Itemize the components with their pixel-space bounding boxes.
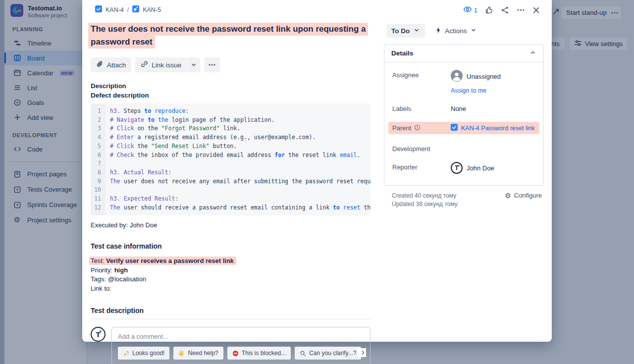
magnifier-icon (300, 350, 306, 357)
link-icon (141, 60, 148, 69)
details-footer: Created 40 секунд тому Updated 38 секунд… (392, 192, 542, 208)
party-icon (123, 350, 129, 357)
assignee-row: Assignee Unassigned Assign to me (392, 70, 535, 94)
toolbar-more-button[interactable] (204, 57, 220, 72)
quick-reply-pill[interactable]: Looks good! (118, 347, 169, 360)
link-issue-split-button: Link issue (135, 57, 200, 72)
code-line: 2# Navigate to the login page of the app… (91, 116, 370, 125)
breadcrumb: KAN-4 / KAN-5 (91, 5, 161, 14)
unassigned-avatar-icon (451, 70, 463, 83)
share-icon[interactable] (501, 6, 509, 14)
labels-value[interactable]: None (451, 104, 466, 112)
quick-reply-pill[interactable]: This is blocked... (227, 347, 291, 360)
issue-modal: KAN-4 / KAN-5 1 The user does not receiv… (82, 0, 552, 342)
comment-box[interactable]: Add a comment... Looks good!Need help?Th… (111, 327, 370, 364)
code-line: 5# Click the "Send Reset Link" button. (91, 142, 370, 151)
chevron-down-icon (413, 27, 420, 35)
code-line: 12The user should receive a password res… (91, 204, 370, 212)
comment-input[interactable]: Add a comment... (118, 333, 364, 340)
blocked-icon (232, 350, 239, 357)
like-button[interactable] (485, 6, 493, 14)
subtask-type-icon (132, 5, 139, 14)
issue-title[interactable]: The user does not receive the password r… (91, 23, 370, 49)
lightning-icon (435, 27, 442, 35)
close-icon[interactable] (532, 6, 540, 14)
reporter-value[interactable]: T John Doe (451, 162, 494, 174)
updated-timestamp: Updated 38 секунд тому (392, 200, 458, 208)
link-to-line: Link to: (91, 284, 370, 294)
details-panel-header[interactable]: Details (384, 45, 543, 62)
code-block: 1h3. Steps to reproduce:2# Navigate to t… (91, 104, 370, 215)
code-line: 6# Check the inbox of the provided email… (91, 151, 370, 160)
issue-toolbar: Attach Link issue (91, 57, 370, 72)
pills-overflow-chevron[interactable] (358, 348, 366, 357)
code-line: 1h3. Steps to reproduce: (91, 107, 370, 116)
priority-line: Priority: high (91, 266, 370, 275)
assign-to-me-link[interactable]: Assign to me (451, 87, 501, 94)
task-check-icon (95, 5, 102, 14)
actions-dropdown[interactable]: Actions (435, 27, 476, 35)
test-description-heading: Test description (91, 307, 370, 319)
configure-button[interactable]: ⚙ Configure (505, 192, 542, 199)
status-row: To Do Actions (382, 24, 544, 38)
more-actions-icon[interactable] (517, 6, 525, 14)
status-dropdown[interactable]: To Do (386, 24, 425, 38)
watchers-button[interactable]: 1 (463, 6, 477, 14)
assignee-value[interactable]: Unassigned (451, 70, 501, 83)
watchers-count: 1 (474, 6, 477, 14)
chevron-up-icon (529, 49, 536, 57)
reporter-avatar: T (451, 162, 463, 174)
link-issue-dropdown-chevron[interactable] (187, 57, 200, 72)
created-timestamp: Created 40 секунд тому (392, 192, 458, 200)
quick-reply-pill[interactable]: Can you clarify...? (295, 347, 361, 360)
labels-row: Labels None (392, 104, 535, 112)
code-line: 10 (91, 186, 370, 195)
reporter-row: Reporter T John Doe (392, 162, 535, 174)
quick-reply-pill[interactable]: Need help? (173, 347, 223, 360)
details-panel: Details Assignee Unassigned Assign to me (384, 44, 544, 186)
current-user-avatar: T (91, 327, 106, 342)
paperclip-icon (96, 60, 104, 69)
info-icon (414, 124, 421, 132)
code-line: 7 (91, 159, 370, 168)
description-section-label: Description (91, 82, 370, 90)
quick-reply-pills: Looks good!Need help?This is blocked...C… (118, 347, 364, 360)
modal-header-actions: 1 (463, 6, 544, 14)
breadcrumb-parent-key[interactable]: KAN-4 (106, 6, 124, 13)
comment-section: T Add a comment... Looks good!Need help?… (91, 327, 370, 364)
attach-button[interactable]: Attach (91, 57, 131, 72)
tags-line: Tags: @localisation (91, 275, 370, 284)
wave-icon (178, 350, 185, 357)
code-line: 4# Enter a registered email address (e.g… (91, 133, 370, 142)
breadcrumb-separator: / (127, 6, 129, 13)
parent-row: Parent KAN-4 Password reset link (388, 122, 539, 134)
defect-description-heading: Defect description (91, 92, 370, 99)
link-issue-button[interactable]: Link issue (135, 57, 187, 72)
chevron-down-icon (470, 27, 477, 35)
gear-icon: ⚙ (505, 192, 511, 199)
modal-header: KAN-4 / KAN-5 1 (91, 4, 544, 16)
breadcrumb-child-key[interactable]: KAN-5 (143, 6, 161, 13)
code-line: 11h3. Expected Result: (91, 195, 370, 204)
parent-issue-link[interactable]: KAN-4 Password reset link (451, 124, 535, 132)
executed-by-text: Executed by: John Doe (91, 221, 370, 229)
code-line: 8h3. Actual Result: (91, 168, 370, 177)
eye-icon (463, 6, 472, 14)
code-line: 9The user does not receive any email aft… (91, 177, 370, 186)
test-name-line: Test: Verify user receives a password re… (91, 257, 370, 266)
task-check-icon (451, 124, 458, 132)
test-case-information-heading: Test case information (91, 242, 370, 250)
code-line: 3# Click on the "Forgot Password" link. (91, 124, 370, 133)
development-row: Development (392, 144, 535, 153)
